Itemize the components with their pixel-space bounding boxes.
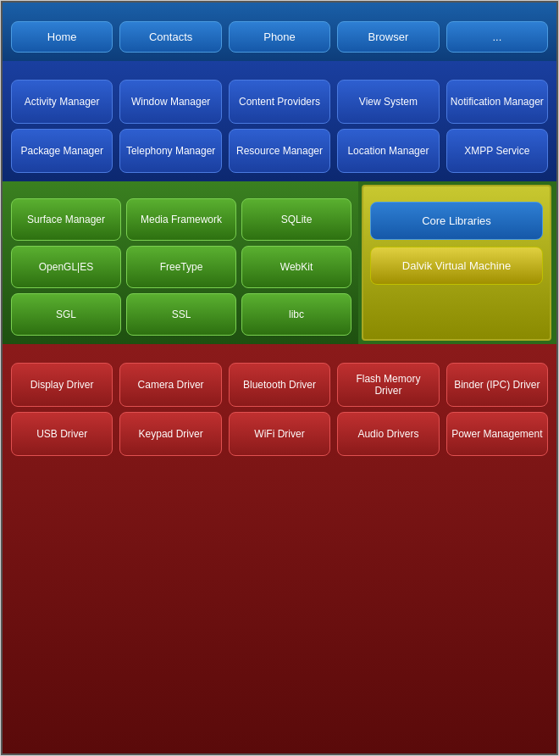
android-runtime-section: Core Libraries Dalvik Virtual Machine <box>362 185 551 341</box>
applications-section: HomeContactsPhoneBrowser... <box>3 3 556 61</box>
library-button[interactable]: Media Framework <box>126 198 236 241</box>
kernel-button[interactable]: Camera Driver <box>119 363 221 407</box>
framework-row-2: Package ManagerTelephony ManagerResource… <box>11 129 548 173</box>
app-buttons-row: HomeContactsPhoneBrowser... <box>11 21 548 53</box>
kernel-button[interactable]: Binder (IPC) Driver <box>446 363 548 407</box>
kernel-section: Display DriverCamera DriverBluetooth Dri… <box>3 344 556 753</box>
libraries-section: Surface ManagerMedia FrameworkSQLite Ope… <box>3 181 358 344</box>
framework-button[interactable]: Window Manager <box>119 80 221 124</box>
framework-row-1: Activity ManagerWindow ManagerContent Pr… <box>11 80 548 124</box>
library-button[interactable]: WebKit <box>241 246 351 288</box>
kernel-row-2: USB DriverKeypad DriverWiFi DriverAudio … <box>11 412 548 456</box>
framework-section: Activity ManagerWindow ManagerContent Pr… <box>3 61 556 181</box>
framework-grid: Activity ManagerWindow ManagerContent Pr… <box>11 80 548 173</box>
kernel-button[interactable]: Display Driver <box>11 363 113 407</box>
app-button[interactable]: Home <box>11 21 113 53</box>
kernel-button[interactable]: Bluetooth Driver <box>229 363 330 407</box>
library-button[interactable]: SSL <box>126 293 236 336</box>
app-button[interactable]: Browser <box>337 21 439 53</box>
framework-button[interactable]: Content Providers <box>229 80 330 124</box>
kernel-button[interactable]: Power Management <box>446 412 548 456</box>
lib-row-2: OpenGL|ESFreeTypeWebKit <box>11 246 351 288</box>
kernel-button[interactable]: USB Driver <box>11 412 113 456</box>
framework-button[interactable]: Telephony Manager <box>119 129 221 173</box>
kernel-button[interactable]: Audio Drivers <box>337 412 439 456</box>
library-button[interactable]: libc <box>241 293 351 336</box>
framework-button[interactable]: Location Manager <box>337 129 439 173</box>
framework-title <box>11 66 548 76</box>
framework-button[interactable]: Package Manager <box>11 129 113 173</box>
dalvik-vm-button[interactable]: Dalvik Virtual Machine <box>370 247 543 285</box>
kernel-row-1: Display DriverCamera DriverBluetooth Dri… <box>11 363 548 407</box>
android-runtime-title <box>370 192 543 198</box>
runtime-buttons: Core Libraries Dalvik Virtual Machine <box>370 202 543 285</box>
framework-button[interactable]: Activity Manager <box>11 80 113 124</box>
framework-button[interactable]: Resource Manager <box>229 129 330 173</box>
library-button[interactable]: SGL <box>11 293 121 336</box>
library-button[interactable]: SQLite <box>241 198 351 241</box>
app-button[interactable]: ... <box>446 21 548 53</box>
app-button[interactable]: Phone <box>229 21 330 53</box>
kernel-button[interactable]: Keypad Driver <box>119 412 221 456</box>
middle-section: Surface ManagerMedia FrameworkSQLite Ope… <box>3 181 556 344</box>
app-button[interactable]: Contacts <box>119 21 221 53</box>
lib-row-1: Surface ManagerMedia FrameworkSQLite <box>11 198 351 241</box>
library-button[interactable]: OpenGL|ES <box>11 246 121 288</box>
kernel-grid: Display DriverCamera DriverBluetooth Dri… <box>11 363 548 456</box>
framework-button[interactable]: XMPP Service <box>446 129 548 173</box>
library-button[interactable]: FreeType <box>126 246 236 288</box>
lib-grid: Surface ManagerMedia FrameworkSQLite Ope… <box>11 198 351 336</box>
kernel-title <box>11 349 548 359</box>
library-button[interactable]: Surface Manager <box>11 198 121 241</box>
framework-button[interactable]: Notification Manager <box>446 80 548 124</box>
lib-row-3: SGLSSLlibc <box>11 293 351 336</box>
framework-button[interactable]: View System <box>337 80 439 124</box>
libraries-title <box>11 186 351 193</box>
applications-title <box>11 8 548 18</box>
kernel-button[interactable]: Flash Memory Driver <box>337 363 439 407</box>
core-libraries-button[interactable]: Core Libraries <box>370 202 543 240</box>
kernel-button[interactable]: WiFi Driver <box>229 412 330 456</box>
